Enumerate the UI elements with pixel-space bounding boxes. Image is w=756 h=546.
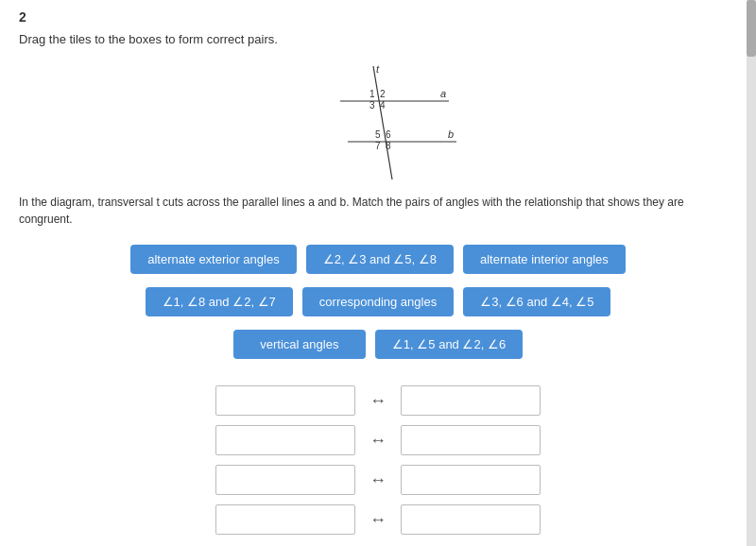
match-row-3: ↔ bbox=[215, 465, 541, 495]
tile-angles-2358[interactable]: ∠2, ∠3 and ∠5, ∠8 bbox=[306, 245, 454, 274]
match-row-1: ↔ bbox=[215, 385, 541, 416]
match-right-1[interactable] bbox=[401, 385, 541, 416]
svg-text:3: 3 bbox=[369, 100, 375, 111]
arrow-4: ↔ bbox=[361, 510, 395, 530]
tile-angles-15-26[interactable]: ∠1, ∠5 and ∠2, ∠6 bbox=[375, 330, 523, 359]
question-number: 2 bbox=[19, 9, 737, 25]
match-left-1[interactable] bbox=[215, 385, 355, 416]
match-row-4: ↔ bbox=[215, 504, 541, 535]
svg-text:6: 6 bbox=[386, 129, 391, 140]
match-right-3[interactable] bbox=[401, 465, 541, 495]
svg-text:t: t bbox=[376, 63, 380, 75]
svg-text:1: 1 bbox=[369, 89, 375, 99]
arrow-1: ↔ bbox=[361, 391, 395, 411]
svg-text:a: a bbox=[440, 88, 446, 99]
tile-alternate-interior-angles[interactable]: alternate interior angles bbox=[463, 245, 626, 274]
svg-text:b: b bbox=[448, 128, 454, 140]
svg-text:8: 8 bbox=[386, 141, 391, 151]
match-right-2[interactable] bbox=[401, 425, 541, 455]
geometry-diagram: t a b 1 2 3 4 5 6 7 bbox=[284, 61, 472, 184]
svg-text:5: 5 bbox=[375, 129, 381, 140]
svg-line-0 bbox=[373, 66, 392, 179]
tile-alternate-exterior-angles[interactable]: alternate exterior angles bbox=[130, 245, 296, 274]
match-right-4[interactable] bbox=[401, 504, 541, 535]
tile-corresponding-angles[interactable]: corresponding angles bbox=[302, 287, 454, 316]
match-row-2: ↔ bbox=[215, 425, 541, 455]
diagram-area: t a b 1 2 3 4 5 6 7 bbox=[19, 61, 737, 184]
svg-text:7: 7 bbox=[375, 141, 381, 151]
instruction-text: Drag the tiles to the boxes to form corr… bbox=[19, 32, 737, 46]
arrow-3: ↔ bbox=[361, 470, 395, 490]
arrow-2: ↔ bbox=[361, 431, 395, 451]
tile-angles-36-45[interactable]: ∠3, ∠6 and ∠4, ∠5 bbox=[463, 287, 610, 316]
description-text: In the diagram, transversal t cuts acros… bbox=[19, 194, 737, 228]
svg-text:2: 2 bbox=[380, 89, 386, 99]
svg-text:4: 4 bbox=[380, 100, 386, 111]
tiles-area: alternate exterior angles ∠2, ∠3 and ∠5,… bbox=[19, 245, 737, 363]
tile-angles-18-27[interactable]: ∠1, ∠8 and ∠2, ∠7 bbox=[146, 287, 293, 316]
match-left-3[interactable] bbox=[215, 465, 355, 495]
tile-vertical-angles[interactable]: vertical angles bbox=[233, 330, 366, 359]
match-left-4[interactable] bbox=[215, 504, 355, 535]
matching-area: ↔ ↔ ↔ ↔ bbox=[19, 385, 737, 535]
match-left-2[interactable] bbox=[215, 425, 355, 455]
